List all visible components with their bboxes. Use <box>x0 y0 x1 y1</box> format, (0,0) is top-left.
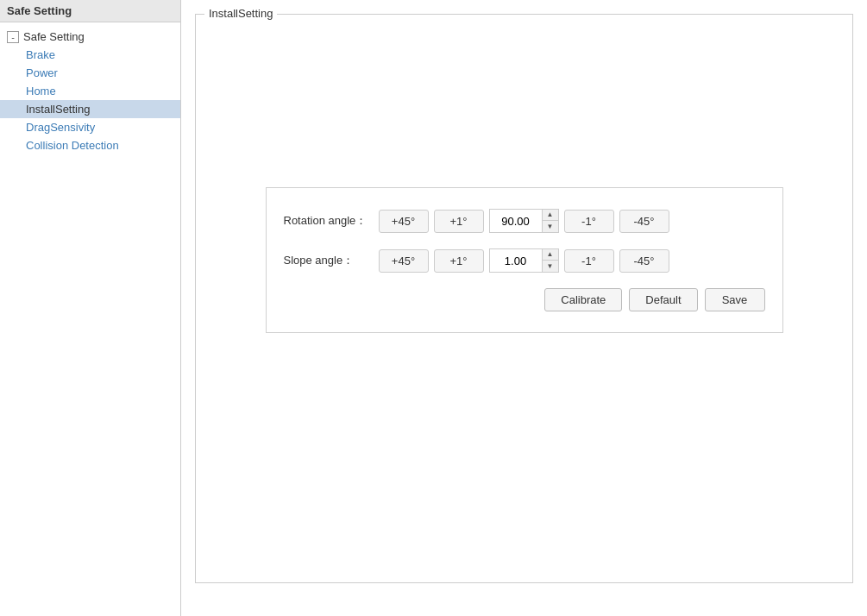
rotation-plus45-button[interactable]: +45° <box>379 210 429 233</box>
rotation-spin-up[interactable]: ▲ <box>543 210 558 221</box>
collapse-icon[interactable]: - <box>7 31 19 43</box>
sidebar-item-installsetting[interactable]: InstallSetting <box>0 100 180 118</box>
sidebar-item-collision-detection[interactable]: Collision Detection <box>0 136 180 154</box>
sidebar-item-home[interactable]: Home <box>0 82 180 100</box>
slope-spinbox-arrows: ▲ ▼ <box>542 249 558 272</box>
slope-minus1-button[interactable]: -1° <box>564 249 614 273</box>
rotation-minus45-button[interactable]: -45° <box>619 210 669 233</box>
slope-label: Slope angle： <box>284 253 379 268</box>
rotation-spinbox-arrows: ▲ ▼ <box>542 210 558 232</box>
rotation-plus1-button[interactable]: +1° <box>434 210 484 233</box>
rotation-spinbox: ▲ ▼ <box>489 209 559 233</box>
rotation-minus1-button[interactable]: -1° <box>564 210 614 233</box>
main-content: InstallSetting Rotation angle： +45° +1° … <box>181 0 867 616</box>
slope-spin-up[interactable]: ▲ <box>543 249 558 261</box>
sidebar-root-item[interactable]: - Safe Setting <box>0 28 180 46</box>
rotation-spin-down[interactable]: ▼ <box>543 221 558 232</box>
sidebar-item-dragsensivity[interactable]: DragSensivity <box>0 118 180 136</box>
panel-legend: InstallSetting <box>204 7 277 20</box>
slope-row: Slope angle： +45° +1° ▲ ▼ -1° -45° <box>284 248 765 273</box>
angle-card: Rotation angle： +45° +1° ▲ ▼ -1° -45° <box>266 187 783 333</box>
sidebar-root-label: Safe Setting <box>23 30 85 43</box>
form-area: Rotation angle： +45° +1° ▲ ▼ -1° -45° <box>196 15 852 350</box>
slope-spinbox: ▲ ▼ <box>489 248 559 273</box>
sidebar: Safe Setting - Safe Setting Brake Power … <box>0 0 181 616</box>
rotation-value-input[interactable] <box>490 211 542 231</box>
slope-spin-down[interactable]: ▼ <box>543 261 558 272</box>
slope-plus1-button[interactable]: +1° <box>434 249 484 273</box>
default-button[interactable]: Default <box>629 288 697 311</box>
slope-controls: +45° +1° ▲ ▼ -1° -45° <box>379 248 669 273</box>
slope-plus45-button[interactable]: +45° <box>379 249 429 273</box>
save-button[interactable]: Save <box>705 288 765 311</box>
rotation-controls: +45° +1° ▲ ▼ -1° -45° <box>379 209 669 233</box>
slope-value-input[interactable] <box>490 251 542 271</box>
sidebar-title: Safe Setting <box>0 0 180 22</box>
action-row: Calibrate Default Save <box>284 288 765 311</box>
slope-minus45-button[interactable]: -45° <box>619 249 669 273</box>
calibrate-button[interactable]: Calibrate <box>544 288 622 311</box>
sidebar-item-brake[interactable]: Brake <box>0 46 180 64</box>
sidebar-item-power[interactable]: Power <box>0 64 180 82</box>
rotation-row: Rotation angle： +45° +1° ▲ ▼ -1° -45° <box>284 209 765 233</box>
sidebar-tree: - Safe Setting Brake Power Home InstallS… <box>0 22 180 160</box>
panel-group: InstallSetting Rotation angle： +45° +1° … <box>195 14 853 583</box>
rotation-label: Rotation angle： <box>284 213 379 229</box>
